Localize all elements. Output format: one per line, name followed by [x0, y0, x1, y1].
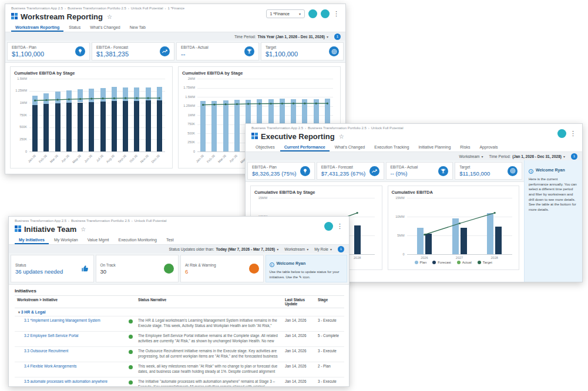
- kpi-label: EBITDA - Forecast: [96, 45, 129, 49]
- column-header-last-status-update: Last Status Update: [283, 296, 315, 308]
- tab-my-workplan[interactable]: My Workplan: [50, 236, 82, 244]
- tab-status[interactable]: Status: [65, 23, 85, 32]
- breadcrumb-item[interactable]: Business Transformation App 2.5: [251, 126, 303, 130]
- tab-workstream-reporting[interactable]: Workstream Reporting: [11, 23, 63, 32]
- kpi-card-ebitda-plan[interactable]: EBITDA - Plan $8,326,235 (75%): [247, 162, 315, 180]
- breadcrumb-item[interactable]: Unlock Full Potential: [135, 219, 167, 223]
- table-row[interactable]: 3.1 *Implement Learning Management Syste…: [15, 316, 344, 332]
- tab-initiative-planning[interactable]: Initiative Planning: [414, 143, 455, 151]
- filter-my-role[interactable]: My Role▾: [314, 247, 332, 251]
- breadcrumb-separator: ›: [128, 6, 129, 10]
- kpi-card-ebitda-actual[interactable]: EBITDA - Actual -- (0%): [386, 162, 453, 180]
- initiative-link[interactable]: 3.3 Outsource Recruitment: [24, 349, 68, 353]
- tab-execution-tracking[interactable]: Execution Tracking: [370, 143, 413, 151]
- avatar[interactable]: [557, 129, 566, 138]
- initiative-link[interactable]: 3.5 automate processes with automation a…: [24, 379, 107, 383]
- chart-title: Cumulative EBITDA by Stage: [182, 70, 337, 76]
- legend-item: Plan: [415, 261, 427, 264]
- breadcrumb-item[interactable]: Business Transformation Portfolio 2.5: [308, 126, 367, 130]
- kpi-card-ebitda-plan[interactable]: EBITDA - Plan $1,100,000: [7, 42, 90, 60]
- window-header: Business Transformation App 2.5›Business…: [5, 4, 345, 21]
- kpi-value: 30: [100, 268, 116, 275]
- tab-current-performance[interactable]: Current Performance: [280, 143, 330, 151]
- grid-line: [29, 151, 165, 152]
- favorite-star-icon[interactable]: ☆: [107, 14, 112, 20]
- table-row[interactable]: 3.2 Employee Self-Service PortalThe Empl…: [15, 332, 344, 347]
- filter-badge[interactable]: 1: [338, 246, 344, 252]
- breadcrumb-item[interactable]: Business Transformation App 2.5: [11, 6, 63, 10]
- window-header: Business Transformation App 2.5›Business…: [9, 217, 349, 234]
- tab-bar: ObjectivesCurrent PerformanceWhat's Chan…: [246, 143, 582, 152]
- kpi-card-status[interactable]: Status 36 updates needed: [11, 255, 94, 282]
- breadcrumb-item[interactable]: Business Transformation Portfolio 2.5: [71, 219, 130, 223]
- tab-execution-monitoring[interactable]: Execution Monitoring: [115, 236, 161, 244]
- tab-objectives[interactable]: Objectives: [251, 143, 279, 151]
- kpi-card-ebitda-forecast[interactable]: EBITDA - Forecast $7,431,235 (67%): [317, 162, 384, 180]
- initiative-link[interactable]: 3.4 Flexible Work Arrangements: [24, 364, 76, 368]
- breadcrumb-separator: ›: [368, 126, 369, 130]
- tab-approvals[interactable]: Approvals: [475, 143, 502, 151]
- filter-badge[interactable]: 1: [334, 33, 341, 40]
- filter-badge[interactable]: 1: [571, 153, 577, 160]
- menu-dots-icon[interactable]: ⋮: [570, 130, 576, 137]
- tab-value-mgmt[interactable]: Value Mgmt: [83, 236, 113, 244]
- table-row[interactable]: 3.3 Outsource RecruitmentThe Outsource R…: [15, 347, 344, 362]
- target-icon: [508, 166, 518, 176]
- filter-time-period[interactable]: Time Period:This Year (Jan 1, 2026 - Dec…: [234, 35, 328, 39]
- filter-time-period[interactable]: Time Period:(Jan 1, 2026 - Dec 31, 2028)…: [489, 154, 565, 159]
- legend-label: Actual: [462, 261, 472, 264]
- welcome-title: Welcome Ryan: [536, 168, 565, 172]
- workstream-selector[interactable]: 1 *Finance ▾: [266, 9, 305, 18]
- favorite-star-icon[interactable]: ☆: [80, 226, 86, 232]
- avatar[interactable]: [321, 9, 330, 18]
- table-row[interactable]: 3.5 automate processes with automation a…: [15, 377, 344, 387]
- breadcrumb-item[interactable]: Unlock Full Potential: [371, 126, 404, 130]
- status-dot: [129, 365, 133, 369]
- breadcrumb-item[interactable]: 1 *Finance: [167, 6, 184, 10]
- tab-what-s-changed[interactable]: What's Changed: [331, 143, 369, 151]
- favorite-star-icon[interactable]: ☆: [339, 133, 344, 140]
- initiative-link[interactable]: 3.1 *Implement Learning Management Syste…: [24, 318, 100, 322]
- x-tick-label: 2027: [442, 256, 477, 259]
- info-icon: i: [270, 258, 274, 268]
- welcome-title: Welcome Ryan: [277, 261, 306, 265]
- menu-dots-icon[interactable]: ⋮: [337, 223, 343, 230]
- filter-status-updates-older-than[interactable]: Status Updates older than:Today (Mar 7, …: [169, 247, 279, 251]
- welcome-body: Use the table below to update status for…: [270, 269, 344, 279]
- kpi-card-ebitda-actual[interactable]: EBITDA - Actual --: [176, 42, 259, 60]
- filter-workstream[interactable]: Workstream▾: [284, 247, 308, 251]
- cumulative-ebitda-by-stage-chart: 1.5MM1.25MM1MM750K500K250K0Jan-26Feb-26M…: [14, 79, 169, 166]
- kpi-card-target[interactable]: Target $1,100,000: [261, 42, 344, 60]
- tab-new-tab[interactable]: New Tab: [126, 23, 150, 32]
- breadcrumb-item[interactable]: Unlock Full Potential: [131, 6, 163, 10]
- tab-risks[interactable]: Risks: [456, 143, 474, 151]
- avatar[interactable]: [324, 222, 333, 231]
- breadcrumb-item[interactable]: Business Transformation Portfolio 2.5: [68, 6, 126, 10]
- filter-bar: Time Period:This Year (Jan 1, 2026 - Dec…: [5, 32, 345, 41]
- table-row[interactable]: 3.4 Flexible Work ArrangementsThis week,…: [15, 362, 344, 377]
- breadcrumb-separator: ›: [305, 126, 306, 130]
- welcome-body: Here is the current performance annually…: [529, 177, 578, 213]
- group-row[interactable]: ▾ 3 HR & Legal: [15, 308, 344, 316]
- breadcrumb-separator: ›: [68, 219, 69, 223]
- page-title: Workstream Reporting: [21, 12, 103, 21]
- tab-test[interactable]: Test: [162, 236, 178, 244]
- filter-workstream[interactable]: Workstream▾: [459, 154, 483, 159]
- kpi-card-on-track[interactable]: On Track 30: [96, 255, 179, 282]
- kpi-card-at-risk[interactable]: At Risk & Warning 6: [180, 255, 264, 282]
- kpi-card-ebitda-forecast[interactable]: EBITDA - Forecast $1,381,235: [92, 42, 174, 60]
- tab-what-s-changed[interactable]: What's Changed: [86, 23, 125, 32]
- kpi-label: EBITDA - Plan: [252, 165, 297, 169]
- breadcrumb-item[interactable]: Business Transformation App 2.5: [15, 219, 66, 223]
- kpi-card-target[interactable]: Target $11,150,000: [455, 162, 522, 180]
- tab-my-initiatives[interactable]: My Initiatives: [15, 236, 49, 244]
- caret-down-icon: ▾: [330, 247, 332, 251]
- kpi-value: --: [181, 50, 209, 58]
- avatar[interactable]: [308, 9, 317, 18]
- tab-bar: Workstream ReportingStatusWhat's Changed…: [5, 23, 345, 32]
- initiative-link[interactable]: 3.2 Employee Self-Service Portal: [24, 333, 78, 338]
- kpi-label: Target: [459, 165, 490, 169]
- menu-dots-icon[interactable]: ⋮: [333, 11, 340, 17]
- breadcrumb: Business Transformation App 2.5›Business…: [251, 126, 576, 130]
- kpi-label: EBITDA - Forecast: [321, 165, 366, 169]
